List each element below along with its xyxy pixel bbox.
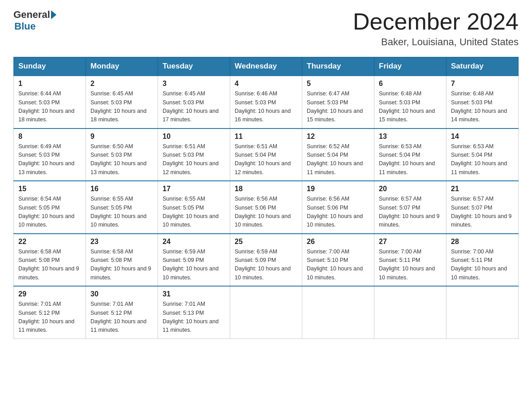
calendar-day-cell: 1 Sunrise: 6:44 AM Sunset: 5:03 PM Dayli… (14, 76, 86, 128)
day-info: Sunrise: 6:52 AM Sunset: 5:04 PM Dayligh… (307, 142, 369, 177)
calendar-week-row: 8 Sunrise: 6:49 AM Sunset: 5:03 PM Dayli… (14, 128, 519, 181)
day-number: 20 (379, 185, 442, 193)
day-info: Sunrise: 6:59 AM Sunset: 5:09 PM Dayligh… (235, 248, 297, 283)
day-info: Sunrise: 6:51 AM Sunset: 5:04 PM Dayligh… (235, 142, 297, 177)
day-number: 16 (90, 185, 153, 193)
day-info: Sunrise: 6:47 AM Sunset: 5:03 PM Dayligh… (307, 90, 369, 124)
calendar-day-cell: 19 Sunrise: 6:56 AM Sunset: 5:06 PM Dayl… (302, 181, 374, 234)
day-info: Sunrise: 6:49 AM Sunset: 5:03 PM Dayligh… (18, 142, 81, 177)
day-number: 14 (451, 133, 514, 141)
calendar-day-cell: 23 Sunrise: 6:58 AM Sunset: 5:08 PM Dayl… (86, 234, 158, 287)
day-number: 22 (18, 238, 81, 246)
day-info: Sunrise: 6:53 AM Sunset: 5:04 PM Dayligh… (379, 142, 442, 177)
calendar-day-cell: 5 Sunrise: 6:47 AM Sunset: 5:03 PM Dayli… (302, 76, 374, 128)
calendar-day-cell: 20 Sunrise: 6:57 AM Sunset: 5:07 PM Dayl… (374, 181, 446, 234)
day-number: 30 (90, 290, 153, 298)
day-number: 2 (90, 80, 153, 88)
calendar-day-cell: 18 Sunrise: 6:56 AM Sunset: 5:06 PM Dayl… (230, 181, 302, 234)
calendar-day-cell: 8 Sunrise: 6:49 AM Sunset: 5:03 PM Dayli… (14, 128, 86, 181)
calendar-day-cell: 13 Sunrise: 6:53 AM Sunset: 5:04 PM Dayl… (374, 128, 446, 181)
day-number: 21 (451, 185, 514, 193)
day-number: 12 (307, 133, 369, 141)
calendar-day-cell: 25 Sunrise: 6:59 AM Sunset: 5:09 PM Dayl… (230, 234, 302, 287)
day-number: 7 (451, 80, 514, 88)
month-title: December 2024 (353, 9, 519, 34)
calendar-day-cell: 22 Sunrise: 6:58 AM Sunset: 5:08 PM Dayl… (14, 234, 86, 287)
calendar-header-tuesday: Tuesday (158, 57, 230, 76)
day-info: Sunrise: 6:58 AM Sunset: 5:08 PM Dayligh… (90, 248, 153, 283)
day-number: 26 (307, 238, 369, 246)
day-info: Sunrise: 6:48 AM Sunset: 5:03 PM Dayligh… (379, 90, 442, 124)
day-info: Sunrise: 6:58 AM Sunset: 5:08 PM Dayligh… (18, 248, 81, 283)
logo-general-text: General (13, 9, 50, 21)
day-number: 4 (235, 80, 297, 88)
day-info: Sunrise: 6:51 AM Sunset: 5:03 PM Dayligh… (163, 142, 225, 177)
calendar-header-thursday: Thursday (302, 57, 374, 76)
calendar-day-cell: 10 Sunrise: 6:51 AM Sunset: 5:03 PM Dayl… (158, 128, 230, 181)
day-number: 9 (90, 133, 153, 141)
logo: General Blue (13, 9, 57, 32)
calendar-week-row: 1 Sunrise: 6:44 AM Sunset: 5:03 PM Dayli… (14, 76, 519, 128)
day-number: 24 (163, 238, 225, 246)
calendar-day-cell: 27 Sunrise: 7:00 AM Sunset: 5:11 PM Dayl… (374, 234, 446, 287)
day-number: 5 (307, 80, 369, 88)
day-info: Sunrise: 6:57 AM Sunset: 5:07 PM Dayligh… (451, 195, 514, 230)
calendar-day-cell (302, 286, 374, 338)
day-info: Sunrise: 6:53 AM Sunset: 5:04 PM Dayligh… (451, 142, 514, 177)
day-number: 18 (235, 185, 297, 193)
day-number: 28 (451, 238, 514, 246)
logo-arrow-icon (51, 10, 56, 19)
day-number: 19 (307, 185, 369, 193)
day-number: 17 (163, 185, 225, 193)
day-info: Sunrise: 6:45 AM Sunset: 5:03 PM Dayligh… (163, 90, 225, 124)
day-number: 27 (379, 238, 442, 246)
calendar-day-cell: 21 Sunrise: 6:57 AM Sunset: 5:07 PM Dayl… (446, 181, 519, 234)
calendar-day-cell: 3 Sunrise: 6:45 AM Sunset: 5:03 PM Dayli… (158, 76, 230, 128)
calendar-day-cell: 26 Sunrise: 7:00 AM Sunset: 5:10 PM Dayl… (302, 234, 374, 287)
calendar-week-row: 22 Sunrise: 6:58 AM Sunset: 5:08 PM Dayl… (14, 234, 519, 287)
calendar-week-row: 29 Sunrise: 7:01 AM Sunset: 5:12 PM Dayl… (14, 286, 519, 338)
day-info: Sunrise: 7:01 AM Sunset: 5:12 PM Dayligh… (90, 300, 153, 335)
calendar-header-monday: Monday (86, 57, 158, 76)
day-number: 29 (18, 290, 81, 298)
day-info: Sunrise: 6:57 AM Sunset: 5:07 PM Dayligh… (379, 195, 442, 230)
day-number: 31 (163, 290, 225, 298)
day-number: 23 (90, 238, 153, 246)
calendar-day-cell: 28 Sunrise: 7:00 AM Sunset: 5:11 PM Dayl… (446, 234, 519, 287)
day-info: Sunrise: 7:00 AM Sunset: 5:10 PM Dayligh… (307, 248, 369, 283)
day-info: Sunrise: 6:55 AM Sunset: 5:05 PM Dayligh… (90, 195, 153, 230)
calendar-day-cell: 15 Sunrise: 6:54 AM Sunset: 5:05 PM Dayl… (14, 181, 86, 234)
day-info: Sunrise: 6:56 AM Sunset: 5:06 PM Dayligh… (235, 195, 297, 230)
calendar-day-cell (230, 286, 302, 338)
day-info: Sunrise: 6:56 AM Sunset: 5:06 PM Dayligh… (307, 195, 369, 230)
day-number: 15 (18, 185, 81, 193)
day-info: Sunrise: 6:54 AM Sunset: 5:05 PM Dayligh… (18, 195, 81, 230)
calendar-day-cell: 4 Sunrise: 6:46 AM Sunset: 5:03 PM Dayli… (230, 76, 302, 128)
day-info: Sunrise: 6:59 AM Sunset: 5:09 PM Dayligh… (163, 248, 225, 283)
calendar-header-sunday: Sunday (14, 57, 86, 76)
calendar-day-cell (374, 286, 446, 338)
day-info: Sunrise: 7:00 AM Sunset: 5:11 PM Dayligh… (379, 248, 442, 283)
calendar-day-cell: 6 Sunrise: 6:48 AM Sunset: 5:03 PM Dayli… (374, 76, 446, 128)
day-number: 6 (379, 80, 442, 88)
day-info: Sunrise: 6:50 AM Sunset: 5:03 PM Dayligh… (90, 142, 153, 177)
calendar-day-cell: 24 Sunrise: 6:59 AM Sunset: 5:09 PM Dayl… (158, 234, 230, 287)
day-number: 3 (163, 80, 225, 88)
day-info: Sunrise: 6:55 AM Sunset: 5:05 PM Dayligh… (163, 195, 225, 230)
calendar-day-cell: 31 Sunrise: 7:01 AM Sunset: 5:13 PM Dayl… (158, 286, 230, 338)
calendar-table: SundayMondayTuesdayWednesdayThursdayFrid… (13, 57, 519, 339)
day-number: 8 (18, 133, 81, 141)
calendar-day-cell: 30 Sunrise: 7:01 AM Sunset: 5:12 PM Dayl… (86, 286, 158, 338)
day-info: Sunrise: 6:45 AM Sunset: 5:03 PM Dayligh… (90, 90, 153, 124)
calendar-day-cell: 29 Sunrise: 7:01 AM Sunset: 5:12 PM Dayl… (14, 286, 86, 338)
calendar-header-saturday: Saturday (446, 57, 519, 76)
day-info: Sunrise: 6:46 AM Sunset: 5:03 PM Dayligh… (235, 90, 297, 124)
logo-blue-text: Blue (14, 21, 36, 32)
calendar-week-row: 15 Sunrise: 6:54 AM Sunset: 5:05 PM Dayl… (14, 181, 519, 234)
page-header: General Blue December 2024 Baker, Louisi… (13, 9, 519, 48)
day-info: Sunrise: 7:01 AM Sunset: 5:13 PM Dayligh… (163, 300, 225, 335)
location-title: Baker, Louisiana, United States (353, 36, 519, 48)
calendar-day-cell: 7 Sunrise: 6:48 AM Sunset: 5:03 PM Dayli… (446, 76, 519, 128)
day-number: 10 (163, 133, 225, 141)
calendar-header-friday: Friday (374, 57, 446, 76)
